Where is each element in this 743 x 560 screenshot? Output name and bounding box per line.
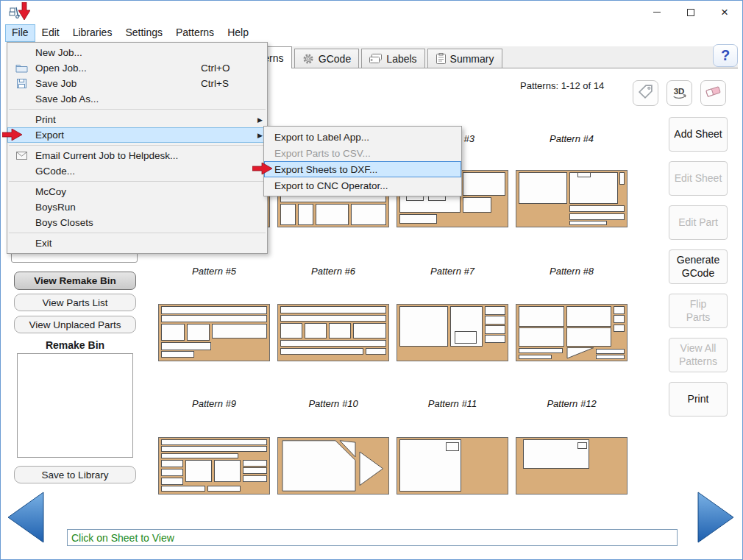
sheet-part [161, 342, 211, 350]
sheet-hint-field[interactable] [67, 529, 678, 546]
menu-icon-blank [13, 217, 29, 229]
menu-item-exit[interactable]: Exit [7, 235, 267, 251]
pattern-label: Pattern #10 [277, 398, 389, 409]
submenu-item-export-to-cnc-operator[interactable]: Export to CNC Operator... [264, 177, 461, 194]
sheet-part [161, 478, 183, 485]
sheet-part [577, 172, 591, 177]
submenu-item-export-to-label-app[interactable]: Export to Label App... [264, 129, 461, 145]
menu-item-label: Boys Closets [35, 217, 260, 228]
folder-icon [13, 63, 29, 74]
menu-icon-blank [13, 93, 29, 105]
sheet-part [485, 325, 506, 333]
pattern-thumbnail[interactable] [397, 437, 508, 495]
next-sheet-arrow[interactable] [697, 491, 735, 544]
edit-sheet-button: Edit Sheet [669, 161, 728, 196]
previous-sheet-arrow[interactable] [7, 491, 45, 544]
menu-item-boysrun[interactable]: BoysRun [7, 199, 267, 215]
menu-item-mccoy[interactable]: McCoy [7, 184, 267, 199]
sheet-part [161, 460, 183, 468]
view-remake-bin-button[interactable]: View Remake Bin [14, 272, 136, 290]
view-unplaced-parts-button[interactable]: View Unplaced Parts [14, 316, 136, 333]
svg-text:3D: 3D [674, 87, 685, 96]
view-parts-list-button[interactable]: View Parts List [14, 294, 136, 311]
add-sheet-button[interactable]: Add Sheet [669, 117, 728, 152]
menu-separator [9, 109, 266, 110]
pattern-thumbnail[interactable] [516, 170, 628, 227]
sheet-part [280, 340, 386, 347]
menu-item-open-job[interactable]: Open Job...Ctrl+O [7, 60, 267, 76]
sheet-part [316, 204, 349, 225]
menu-item-save-job-as[interactable]: Save Job As... [7, 91, 267, 107]
sheet-part [569, 205, 625, 212]
pattern-thumbnail[interactable] [158, 304, 270, 361]
sheet-part [463, 197, 491, 213]
menu-icon-blank [13, 186, 29, 198]
remake-bin-label: Remake Bin [14, 339, 136, 351]
submenu-arrow-icon: ▶ [257, 116, 263, 124]
sheet-part [280, 348, 363, 355]
pattern-thumbnail[interactable] [277, 437, 389, 495]
sheet-part [298, 204, 313, 225]
sheet-part [619, 172, 625, 185]
menu-icon-blank [13, 47, 29, 59]
export-submenu: Export to Label App...Export Parts to CS… [263, 126, 462, 196]
save-to-library-button[interactable]: Save to Library [14, 466, 136, 483]
generate-gcode-button[interactable]: Generate GCode [669, 249, 728, 284]
pattern-label: Pattern #12 [516, 398, 628, 409]
menu-item-label: Save Job As... [35, 93, 260, 104]
sheet-part [207, 486, 241, 492]
sheet-part [161, 453, 238, 459]
menu-item-label: Print [35, 114, 260, 125]
sheet-part [161, 469, 183, 477]
remake-bin-list[interactable] [17, 353, 133, 458]
eraser-button[interactable] [700, 80, 726, 106]
sheet-part [214, 460, 241, 482]
pattern-thumbnail[interactable] [158, 437, 270, 495]
tag-icon [638, 84, 653, 102]
menu-shortcut: Ctrl+S [201, 78, 249, 89]
menu-icon-blank [13, 238, 29, 249]
sheet-part [569, 213, 625, 220]
menu-separator [9, 145, 266, 146]
menu-shortcut: Ctrl+O [201, 63, 249, 74]
edit-part-button: Edit Part [669, 205, 728, 240]
submenu-item-export-sheets-to-dxf[interactable]: Export Sheets to DXF... [264, 161, 461, 177]
print-button[interactable]: Print [669, 382, 728, 417]
menu-item-new-job[interactable]: New Job... [7, 45, 267, 60]
menu-item-label: Email Current Job to Helpdesk... [35, 150, 260, 161]
sheet-part [185, 460, 212, 482]
pattern-thumbnail[interactable] [516, 304, 628, 361]
menu-item-save-job[interactable]: Save JobCtrl+S [7, 76, 267, 91]
menu-item-gcode[interactable]: GCode... [7, 163, 267, 179]
sheet-part [280, 204, 296, 225]
pattern-thumbnail[interactable] [516, 437, 628, 495]
pattern-label: Pattern #9 [158, 398, 270, 409]
view-3d-button[interactable]: 3D [666, 80, 692, 106]
submenu-arrow-icon: ▶ [257, 132, 263, 139]
sheet-part [519, 172, 567, 204]
sheet-part [577, 442, 588, 449]
menu-item-print[interactable]: Print▶ [7, 112, 267, 127]
sheet-part [161, 439, 267, 445]
menu-separator [9, 233, 266, 233]
menu-item-label: Export to CNC Operator... [274, 180, 454, 191]
tag-button[interactable] [633, 80, 658, 106]
menu-item-boys-closets[interactable]: Boys Closets [7, 215, 267, 230]
pattern-thumbnail[interactable] [277, 304, 389, 361]
sheet-part [329, 323, 351, 339]
menu-separator [9, 181, 266, 182]
sheet-part [161, 486, 205, 492]
sheet-part [463, 172, 506, 196]
menu-item-email-current-job-to-helpdesk[interactable]: Email Current Job to Helpdesk... [7, 148, 267, 163]
menu-icon-blank [13, 202, 29, 213]
help-button[interactable]: ? [713, 44, 738, 67]
pattern-thumbnail[interactable] [397, 304, 508, 361]
menu-item-label: New Job... [35, 47, 260, 58]
sheet-part [161, 315, 267, 322]
menu-item-label: GCode... [35, 166, 260, 177]
menu-item-export[interactable]: Export▶ [7, 127, 267, 143]
email-icon [13, 150, 29, 162]
sheet-part [243, 460, 267, 467]
pattern-label: Pattern #8 [516, 266, 628, 277]
sheet-part [243, 475, 267, 482]
